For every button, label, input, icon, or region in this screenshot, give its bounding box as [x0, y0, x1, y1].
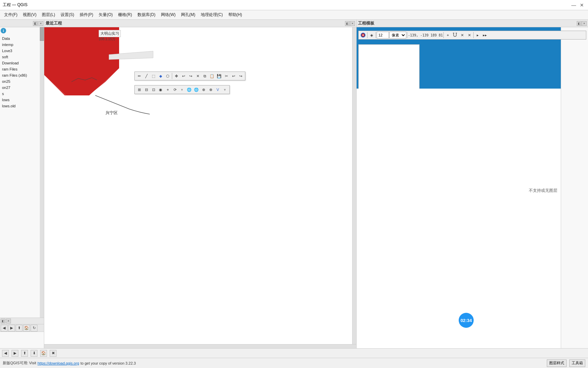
sidebar-item-ramfilesx86[interactable]: ram Files (x86)	[2, 72, 43, 78]
tb-line[interactable]: ╱	[143, 73, 150, 79]
minimize-button[interactable]: —	[570, 2, 577, 9]
sidebar-scrollbar[interactable]	[40, 27, 44, 318]
recent-projects-close[interactable]: ✕	[350, 21, 355, 26]
sidebar-item-download[interactable]: Download	[2, 60, 43, 66]
panel-btn-up[interactable]: ⬆	[16, 325, 22, 332]
sidebar-panel-close[interactable]: ✕	[38, 21, 43, 26]
tb-undo2[interactable]: ↩	[230, 73, 237, 79]
bottom-btn-5[interactable]: 🏠	[40, 350, 47, 357]
tb-d-more[interactable]: ▸	[474, 32, 481, 39]
bottom-btn-1[interactable]: ◀	[2, 350, 9, 357]
sidebar-items-list: Data intemp Love3 soft Download ram File…	[0, 34, 44, 110]
map-area[interactable]: 大明山实习 108.1.15万 兴宁区 ✏ ╱ ⬚ ◆ ⬡ ✥ ↩ ↪ ✕ ⧉ …	[44, 27, 356, 348]
menu-raster[interactable]: 栅格(R)	[115, 11, 135, 18]
sidebar-item-on27[interactable]: on27	[2, 85, 43, 91]
tb-adv-v[interactable]: V	[214, 86, 221, 93]
tb-qgis-icon[interactable]	[360, 32, 366, 39]
tb-adv4[interactable]: ◉	[157, 86, 164, 93]
sidebar-item-lows[interactable]: lows	[2, 97, 43, 103]
recent-projects-dock[interactable]: ◧	[345, 21, 350, 26]
tb-adv10[interactable]: ⊕	[200, 86, 207, 93]
menu-plugins[interactable]: 插件(P)	[77, 11, 96, 18]
close-button[interactable]: ✕	[578, 2, 585, 9]
tb-d-snap[interactable]: ⌖	[444, 32, 451, 39]
sidebar-item-s[interactable]: s	[2, 91, 43, 97]
tb-undo[interactable]: ↩	[180, 73, 187, 79]
qgis-download-link[interactable]: https://download.qgis.org	[37, 361, 79, 365]
template-title: 工程模板	[358, 20, 577, 26]
menu-settings[interactable]: 设置(S)	[58, 11, 77, 18]
menu-mesh[interactable]: 网孔(M)	[178, 11, 198, 18]
toolbox-button[interactable]: 工具箱	[569, 359, 585, 367]
tb-adv11[interactable]: ⊕	[207, 86, 214, 93]
menu-file[interactable]: 文件(F)	[1, 11, 20, 18]
map-scrollbar-vertical[interactable]	[352, 27, 356, 348]
sidebar-item-ramfiles[interactable]: ram Files	[2, 66, 43, 72]
bottom-btn-6[interactable]: ✖	[50, 350, 56, 357]
sidebar-item-intemp[interactable]: intemp	[2, 42, 43, 48]
sidebar-item-love3[interactable]: Love3	[2, 48, 43, 54]
tb-paste[interactable]: 📋	[209, 73, 215, 79]
menu-web[interactable]: 网络(W)	[158, 11, 178, 18]
tb-delete[interactable]: ✕	[194, 73, 201, 79]
tb-polygon[interactable]: ⬡	[164, 73, 171, 79]
tb-d-magnet[interactable]	[452, 32, 458, 39]
tb-adv1[interactable]: ⊞	[136, 86, 143, 93]
sidebar-item-soft[interactable]: soft	[2, 54, 43, 60]
tb-adv7[interactable]: ▾	[179, 86, 185, 93]
tb-d-more2[interactable]: ▸▸	[481, 32, 488, 39]
bottom-panel-icon1[interactable]: ◧	[1, 319, 5, 323]
panel-btn-forward[interactable]: ▶	[8, 325, 15, 332]
sidebar-item-lows-old[interactable]: lows.old	[2, 103, 43, 109]
tb-adv9[interactable]: 🌐	[193, 86, 200, 93]
sidebar-panel-icon1[interactable]: ◧	[33, 21, 38, 26]
tb-adv6[interactable]: ⟳	[172, 86, 178, 93]
sidebar-scrollbar-thumb[interactable]	[40, 27, 44, 41]
small-white-panel	[358, 44, 420, 89]
tb-adv-arrow[interactable]: ▾	[222, 86, 228, 93]
right-panel: 工程模板 ◧ ✕	[357, 20, 588, 348]
tb-save[interactable]: 💾	[216, 73, 223, 79]
bottom-panel-close[interactable]: ✕	[6, 319, 11, 323]
new-qgis-suffix: to get your copy of version 3.22.3	[81, 361, 136, 365]
info-icon[interactable]: i	[1, 28, 6, 33]
sidebar-item-data[interactable]: Data	[2, 35, 43, 42]
tb-move[interactable]: ✥	[173, 73, 180, 79]
tb-copy[interactable]: ⧉	[201, 73, 208, 79]
tb-pencil[interactable]: ✏	[136, 73, 143, 79]
template-dock[interactable]: ◧	[577, 21, 582, 26]
tb-node[interactable]: ◆	[157, 73, 164, 79]
tb-adv8[interactable]: 🌐	[186, 86, 193, 93]
tb-cut[interactable]: ✂	[223, 73, 230, 79]
menu-geoprocessing[interactable]: 地理处理(C)	[198, 11, 226, 18]
map-scrollbar-horizontal[interactable]	[44, 344, 356, 348]
tb-redo[interactable]: ↪	[187, 73, 194, 79]
template-close[interactable]: ✕	[582, 21, 587, 26]
menu-layer[interactable]: 图层(L)	[39, 11, 58, 18]
bottom-btn-2[interactable]: ▶	[12, 350, 18, 357]
layer-styles-button[interactable]: 图层样式	[547, 359, 567, 367]
no-support-text: 不支持或无图层	[529, 188, 557, 194]
menu-help[interactable]: 帮助(H)	[226, 11, 245, 18]
tb-select-rect[interactable]: ⬚	[150, 73, 157, 79]
title-bar: 工程 — QGIS — ✕	[0, 0, 588, 10]
tb-redo2[interactable]: ↪	[237, 73, 244, 79]
scale-unit-dropdown[interactable]: 像素	[389, 32, 406, 39]
tb-adv3[interactable]: ⊡	[150, 86, 157, 93]
tb-d-delete2[interactable]: ✕	[466, 32, 473, 39]
panel-btn-refresh[interactable]: ↻	[31, 325, 37, 332]
menu-vector[interactable]: 矢量(O)	[96, 11, 115, 18]
panel-btn-home[interactable]: 🏠	[23, 325, 30, 332]
sidebar-item-on25[interactable]: on25	[2, 78, 43, 85]
tb-d-node[interactable]: ◈	[368, 32, 375, 39]
tb-adv5[interactable]: ⌖	[164, 86, 171, 93]
panel-btn-back[interactable]: ◀	[1, 325, 7, 332]
menu-view[interactable]: 视图(V)	[20, 11, 39, 18]
scale-input[interactable]	[377, 32, 389, 39]
recent-projects-controls: ◧ ✕	[345, 21, 355, 26]
bottom-btn-3[interactable]: ⬆	[21, 350, 28, 357]
tb-d-delete[interactable]: ✕	[459, 32, 466, 39]
tb-adv2[interactable]: ⊟	[143, 86, 150, 93]
bottom-btn-4[interactable]: ⬇	[31, 350, 37, 357]
menu-database[interactable]: 数据库(D)	[135, 11, 158, 18]
